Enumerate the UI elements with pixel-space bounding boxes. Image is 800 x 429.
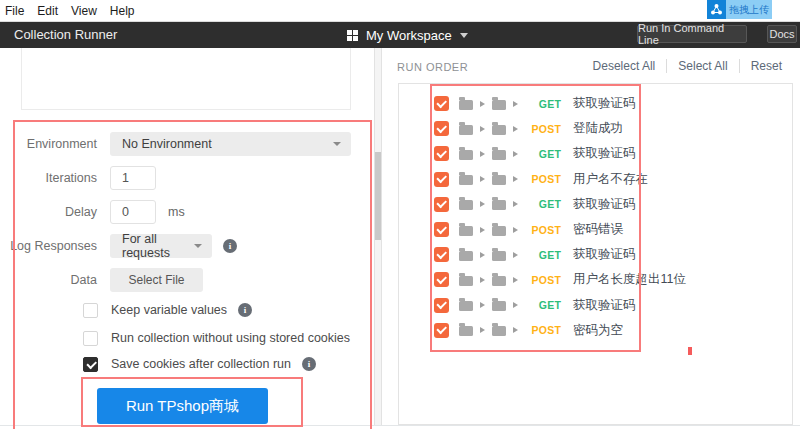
menu-edit[interactable]: Edit [37, 4, 58, 18]
folder-icon [492, 200, 506, 210]
page-title: Collection Runner [14, 22, 117, 48]
chevron-right-icon [513, 176, 518, 182]
request-checkbox[interactable] [434, 298, 449, 313]
deselect-all-link[interactable]: Deselect All [582, 59, 667, 73]
request-checkbox[interactable] [434, 247, 449, 262]
save-cookies-checkbox[interactable] [83, 357, 98, 372]
method-label: POST [525, 173, 561, 185]
folder-icon [492, 226, 506, 236]
folder-icon [492, 326, 506, 336]
request-name: 获取验证码 [573, 145, 636, 162]
run-in-command-line-button[interactable]: Run In Command Line [637, 25, 747, 43]
no-stored-cookies-label: Run collection without using stored cook… [111, 331, 350, 345]
folder-icon [492, 100, 506, 110]
chevron-right-icon [513, 201, 518, 207]
folder-icon [492, 301, 506, 311]
environment-label: Environment [0, 137, 97, 151]
method-label: POST [525, 123, 561, 135]
annotation-red-dash [688, 347, 692, 355]
save-cookies-label: Save cookies after collection run [111, 357, 291, 371]
run-order-row[interactable]: POST 密码为空 [399, 318, 792, 343]
folder-icon [459, 226, 473, 236]
run-order-row[interactable]: POST 用户名长度超出11位 [399, 267, 792, 292]
window-bottom-border [0, 425, 800, 426]
request-checkbox[interactable] [434, 146, 449, 161]
request-checkbox[interactable] [434, 272, 449, 287]
left-scrollbar-thumb[interactable] [375, 152, 381, 240]
menu-help[interactable]: Help [110, 4, 135, 18]
request-checkbox[interactable] [434, 222, 449, 237]
menu-view[interactable]: View [71, 4, 97, 18]
run-order-row[interactable]: POST 登陆成功 [399, 116, 792, 141]
delay-input[interactable] [110, 200, 156, 224]
method-label: GET [525, 198, 561, 210]
folder-icon [492, 150, 506, 160]
folder-icon [459, 301, 473, 311]
request-checkbox[interactable] [434, 197, 449, 212]
chevron-right-icon [480, 227, 485, 233]
run-order-row[interactable]: GET 获取验证码 [399, 293, 792, 318]
data-label: Data [0, 273, 97, 287]
chevron-right-icon [513, 227, 518, 233]
info-icon[interactable] [302, 357, 316, 371]
chevron-right-icon [480, 176, 485, 182]
menu-file[interactable]: File [5, 4, 24, 18]
method-label: POST [525, 324, 561, 336]
chevron-right-icon [480, 302, 485, 308]
chevron-right-icon [480, 252, 485, 258]
run-order-row[interactable]: GET 获取验证码 [399, 141, 792, 166]
keep-variable-values-checkbox[interactable] [83, 303, 98, 318]
share-nodes-icon [707, 0, 726, 19]
folder-icon [492, 125, 506, 135]
folder-icon [459, 326, 473, 336]
run-order-row[interactable]: POST 密码错误 [399, 217, 792, 242]
chevron-down-icon [333, 142, 341, 146]
run-order-actions: Deselect All Select All Reset [582, 59, 793, 73]
method-label: POST [525, 224, 561, 236]
run-order-row[interactable]: GET 获取验证码 [399, 242, 792, 267]
chevron-right-icon [480, 327, 485, 333]
log-responses-dropdown[interactable]: For all requests [110, 234, 212, 258]
reset-link[interactable]: Reset [739, 59, 793, 73]
run-order-row[interactable]: GET 获取验证码 [399, 192, 792, 217]
request-checkbox[interactable] [434, 96, 449, 111]
chevron-right-icon [480, 201, 485, 207]
info-icon[interactable] [238, 303, 252, 317]
request-name: 获取验证码 [573, 95, 636, 112]
workspace-selector[interactable]: My Workspace [347, 22, 468, 48]
collection-panel-remnant [21, 48, 351, 110]
run-collection-button[interactable]: Run TPshop商城 [97, 388, 268, 424]
drag-upload-badge[interactable]: 拖拽上传 [707, 0, 772, 19]
chevron-right-icon [513, 302, 518, 308]
folder-icon [492, 276, 506, 286]
no-stored-cookies-checkbox[interactable] [83, 331, 98, 346]
workspace-grid-icon [347, 30, 358, 41]
request-name: 登陆成功 [573, 120, 623, 137]
chevron-right-icon [513, 126, 518, 132]
info-icon[interactable] [223, 239, 237, 253]
folder-icon [459, 251, 473, 261]
request-checkbox[interactable] [434, 323, 449, 338]
environment-dropdown[interactable]: No Environment [110, 132, 351, 156]
docs-button[interactable]: Docs [767, 25, 797, 43]
chevron-down-icon [194, 244, 202, 248]
request-name: 密码错误 [573, 221, 623, 238]
chevron-right-icon [480, 101, 485, 107]
select-all-link[interactable]: Select All [666, 59, 738, 73]
request-checkbox[interactable] [434, 172, 449, 187]
chevron-right-icon [513, 101, 518, 107]
select-file-button[interactable]: Select File [110, 268, 203, 292]
request-checkbox[interactable] [434, 121, 449, 136]
iterations-input[interactable] [110, 166, 156, 190]
folder-icon [459, 276, 473, 286]
log-responses-value: For all requests [122, 232, 194, 260]
workspace-name: My Workspace [366, 28, 452, 43]
request-name: 获取验证码 [573, 246, 636, 263]
run-order-title: RUN ORDER [397, 61, 468, 73]
drag-upload-label: 拖拽上传 [726, 0, 772, 19]
delay-label: Delay [0, 205, 97, 219]
iterations-label: Iterations [0, 171, 97, 185]
chevron-right-icon [513, 327, 518, 333]
run-order-row[interactable]: POST 用户名不存在 [399, 167, 792, 192]
run-order-row[interactable]: GET 获取验证码 [399, 91, 792, 116]
